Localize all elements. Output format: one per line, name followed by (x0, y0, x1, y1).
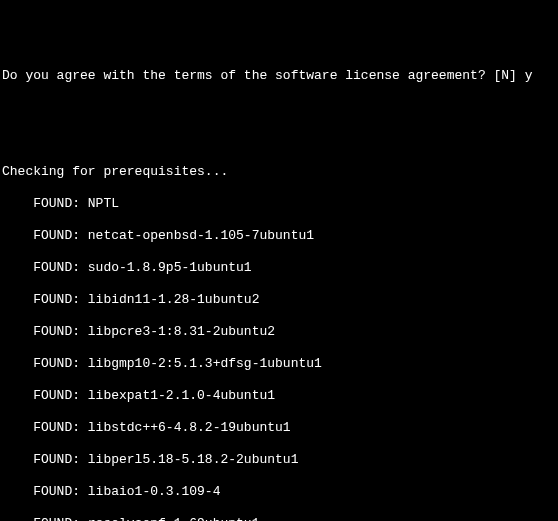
agree-answer: y (525, 68, 533, 83)
prereq-found-item: FOUND: libidn11-1.28-1ubuntu2 (33, 292, 556, 308)
prereq-found-item: FOUND: netcat-openbsd-1.105-7ubuntu1 (33, 228, 556, 244)
prereq-found-item: FOUND: libperl5.18-5.18.2-2ubuntu1 (33, 452, 556, 468)
prereq-found-item: FOUND: sudo-1.8.9p5-1ubuntu1 (33, 260, 556, 276)
blank-line (2, 132, 556, 148)
prereq-found-item: FOUND: libaio1-0.3.109-4 (33, 484, 556, 500)
blank-line (2, 100, 556, 116)
prereq-found-item: FOUND: resolvconf-1.69ubuntu1 (33, 516, 556, 521)
checking-prereq: Checking for prerequisites... (2, 164, 556, 180)
prereq-found-item: FOUND: libpcre3-1:8.31-2ubuntu2 (33, 324, 556, 340)
prereq-found-item: FOUND: NPTL (33, 196, 556, 212)
prereq-found-item: FOUND: libgmp10-2:5.1.3+dfsg-1ubuntu1 (33, 356, 556, 372)
agree-prompt: Do you agree with the terms of the softw… (2, 68, 525, 83)
prereq-found-item: FOUND: libstdc++6-4.8.2-19ubuntu1 (33, 420, 556, 436)
agree-prompt-line: Do you agree with the terms of the softw… (2, 68, 556, 84)
prereq-found-item: FOUND: libexpat1-2.1.0-4ubuntu1 (33, 388, 556, 404)
